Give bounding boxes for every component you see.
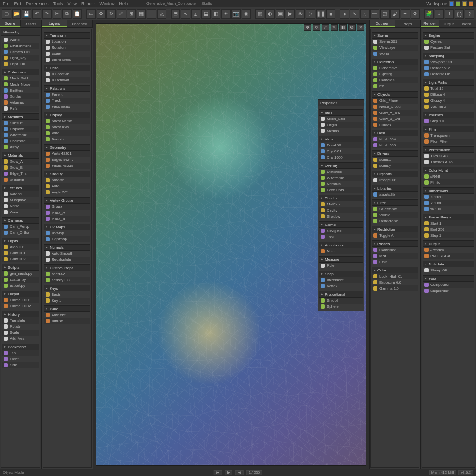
properties-item[interactable]: Parent — [44, 92, 90, 98]
hierarchy-item[interactable]: Cam_Ortho — [2, 230, 39, 236]
render-section-output[interactable]: Output — [423, 240, 474, 247]
graph-button[interactable]: ∿ — [350, 9, 359, 19]
viewport-panel-item[interactable]: Normals — [319, 181, 363, 187]
properties-item[interactable]: Diffuse — [44, 318, 90, 324]
menu-render[interactable]: Render — [81, 1, 95, 6]
render-section-volumes[interactable]: Volumes — [423, 112, 474, 118]
outliner-item[interactable]: Emit — [372, 259, 418, 265]
viewport-panel-section-annotations[interactable]: Annotations — [319, 242, 363, 248]
render-item[interactable]: End 250 — [423, 226, 474, 232]
viewport-panel-section-snap[interactable]: Snap — [319, 271, 363, 277]
pause-button[interactable]: ❚❚ — [316, 9, 325, 19]
hierarchy-item[interactable]: Edge_Tint — [2, 171, 39, 177]
settings-button[interactable]: ⚙ — [411, 9, 420, 19]
hierarchy-item[interactable]: Camera.001 — [2, 49, 39, 55]
hierarchy-item[interactable]: Emitters — [2, 87, 39, 93]
render-section-performance[interactable]: Performance — [423, 146, 474, 153]
properties-item[interactable]: Mask_B — [44, 216, 90, 222]
outliner-section-data[interactable]: Data — [372, 130, 418, 136]
outliner-section-collection[interactable]: Collection — [372, 59, 418, 65]
properties-item[interactable]: Angle 30° — [44, 189, 90, 195]
properties-section-uv-maps[interactable]: UV Maps — [44, 224, 90, 230]
hierarchy-item[interactable]: export.py — [2, 283, 39, 289]
dock-button-1[interactable]: ↻ — [313, 24, 320, 31]
hierarchy-item[interactable]: Glow_B — [2, 165, 39, 171]
dock-button-3[interactable]: ✎ — [331, 24, 338, 31]
camera-button[interactable]: 📷 — [231, 9, 241, 19]
properties-tab-layers[interactable]: Layers — [42, 20, 67, 27]
outliner-section-filter[interactable]: Filter — [372, 199, 418, 206]
hierarchy-item[interactable]: scatter.py — [2, 277, 39, 283]
properties-item[interactable]: Faces 48039 — [44, 163, 90, 169]
viewport-panel-item[interactable]: Vertex — [319, 283, 363, 289]
render-item[interactable]: Cycles — [423, 39, 474, 45]
render-section-metadata[interactable]: Metadata — [423, 261, 474, 267]
render-item[interactable]: Start 1 — [423, 220, 474, 226]
outliner-tab-props[interactable]: Props — [395, 20, 421, 27]
render-item[interactable]: Step 1.0 — [423, 118, 474, 124]
dock-button-6[interactable]: ✕ — [357, 24, 364, 31]
hierarchy-section-collections[interactable]: Collections — [2, 69, 39, 75]
hierarchy-item[interactable]: Subsurf — [2, 120, 39, 126]
render-section-dimensions[interactable]: Dimensions — [423, 187, 474, 194]
decimate-button[interactable]: ⟁ — [191, 9, 200, 19]
render-item[interactable]: % 100 — [423, 206, 474, 212]
export-button[interactable]: ⤓ — [435, 9, 444, 19]
curves-button[interactable]: 〰 — [370, 9, 380, 19]
viewport-panel-item[interactable]: Sphere — [319, 304, 363, 310]
material-button[interactable]: ◉ — [242, 9, 251, 19]
hierarchy-tab-assets[interactable]: Assets — [21, 20, 42, 27]
render-item[interactable]: PNG RGBA — [423, 253, 474, 259]
hierarchy-item[interactable]: Frame_0001 — [2, 297, 39, 303]
hierarchy-item[interactable]: Displace — [2, 126, 39, 132]
layout-preset-1-icon[interactable] — [449, 1, 454, 6]
align-button[interactable]: ≡ — [147, 9, 156, 19]
hierarchy-item[interactable]: Add Mesh — [2, 336, 39, 342]
render-item[interactable]: Filmic — [423, 179, 474, 185]
snap-button[interactable]: ⊞ — [127, 9, 136, 19]
viewport-panel-section-measure[interactable]: Measure — [319, 256, 363, 263]
render-item[interactable]: Sequencer — [423, 288, 474, 294]
transport-1[interactable]: ▶ — [225, 470, 232, 475]
hierarchy-item[interactable]: Wireframe — [2, 132, 39, 138]
properties-section-display[interactable]: Display — [44, 112, 90, 118]
hierarchy-item[interactable]: Array — [2, 144, 39, 150]
render-section-sampling[interactable]: Sampling — [423, 53, 474, 59]
script-button[interactable]: { } — [455, 9, 464, 19]
outliner-section-restriction[interactable]: Restriction — [372, 226, 418, 232]
outliner-section-libraries[interactable]: Libraries — [372, 185, 418, 192]
viewport-panel-item[interactable]: Smooth — [319, 298, 363, 304]
properties-item[interactable]: Dimensions — [44, 57, 90, 63]
outliner-section-scene[interactable]: Scene — [372, 32, 418, 39]
viewport-panel-item[interactable]: Increment — [319, 277, 363, 283]
properties-section-vertex-groups[interactable]: Vertex Groups — [44, 197, 90, 204]
grid-button[interactable]: ▦ — [137, 9, 146, 19]
viewport-panel-item[interactable]: Clip 1000 — [319, 154, 363, 160]
outliner-item[interactable]: Glow_A_Src — [372, 110, 418, 116]
outliner-item[interactable]: FX — [372, 83, 418, 89]
outliner-item[interactable]: Generative — [372, 65, 418, 71]
help-button[interactable]: ? — [465, 9, 474, 19]
render-section-color-mgmt[interactable]: Color Mgmt — [423, 167, 474, 173]
render-item[interactable]: Step 1 — [423, 232, 474, 238]
texture-button[interactable]: ▨ — [255, 9, 264, 19]
import-button[interactable]: ⤒ — [445, 9, 454, 19]
outliner-item[interactable]: assets.lib — [372, 192, 418, 198]
mesh-button[interactable]: ◬ — [157, 9, 166, 19]
outliner-item[interactable]: Glow_B_Src — [372, 116, 418, 122]
outliner-item[interactable]: Mist — [372, 253, 418, 259]
dock-button-0[interactable]: ✥ — [304, 24, 311, 31]
properties-item[interactable]: Rotation — [44, 45, 90, 51]
menu-file[interactable]: File — [3, 1, 10, 6]
wire-button[interactable]: ▣ — [276, 9, 285, 19]
properties-item[interactable]: Ambient — [44, 312, 90, 318]
viewport-panel-item[interactable]: Clip 0.01 — [319, 148, 363, 154]
layout-preset-4-icon[interactable] — [469, 1, 473, 6]
properties-section-shading[interactable]: Shading — [44, 171, 90, 177]
properties-item[interactable]: Pass Index — [44, 104, 90, 110]
transport-2[interactable]: ⏭ — [235, 470, 244, 475]
menu-preferences[interactable]: Preferences — [26, 1, 49, 6]
properties-section-transform[interactable]: Transform — [44, 32, 90, 39]
viewport-panel-section-gizmo[interactable]: Gizmo — [319, 221, 363, 228]
properties-tab-channels[interactable]: Channels — [67, 20, 93, 27]
